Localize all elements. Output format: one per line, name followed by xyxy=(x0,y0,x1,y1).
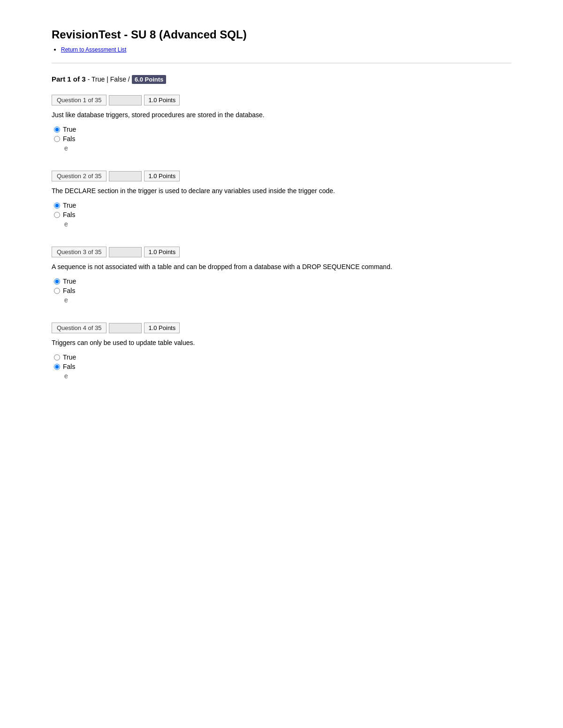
radio-false-3[interactable] xyxy=(54,288,60,294)
false-suffix-2: e xyxy=(64,220,511,228)
divider xyxy=(52,63,511,63)
question-block-4: Question 4 of 351.0 PointsTriggers can o… xyxy=(52,323,511,380)
page-title: RevisionTest - SU 8 (Advanced SQL) xyxy=(52,28,511,41)
answer-options-3: TrueFalse xyxy=(52,278,511,304)
false-suffix-3: e xyxy=(64,296,511,304)
return-to-assessment-link[interactable]: Return to Assessment List xyxy=(61,46,126,53)
option-label-false-3: Fals xyxy=(63,287,75,294)
breadcrumb-nav: Return to Assessment List xyxy=(52,46,511,53)
question-block-1: Question 1 of 351.0 PointsJust like data… xyxy=(52,95,511,152)
answer-option-false-1: Fals xyxy=(54,135,511,143)
question-header-1: Question 1 of 351.0 Points xyxy=(52,95,511,105)
question-points-1: 1.0 Points xyxy=(144,95,180,105)
option-label-false-1: Fals xyxy=(63,135,75,143)
question-text-1: Just like database triggers, stored proc… xyxy=(52,110,511,120)
radio-true-4[interactable] xyxy=(54,354,60,360)
answer-options-4: TrueFalse xyxy=(52,353,511,380)
answer-option-true-2: True xyxy=(54,202,511,209)
option-label-true-3: True xyxy=(63,278,76,285)
answer-options-2: TrueFalse xyxy=(52,202,511,228)
answer-options-1: TrueFalse xyxy=(52,126,511,152)
question-points-3: 1.0 Points xyxy=(144,247,180,257)
option-label-true-4: True xyxy=(63,353,76,361)
answer-option-false-2: Fals xyxy=(54,211,511,218)
answer-option-false-4: Fals xyxy=(54,363,511,370)
radio-true-3[interactable] xyxy=(54,278,60,285)
question-score-box-2 xyxy=(109,171,142,181)
false-suffix-1: e xyxy=(64,144,511,152)
radio-true-1[interactable] xyxy=(54,127,60,133)
question-label-2: Question 2 of 35 xyxy=(52,171,107,181)
option-label-false-4: Fals xyxy=(63,363,75,370)
question-block-3: Question 3 of 351.0 PointsA sequence is … xyxy=(52,247,511,304)
answer-option-true-1: True xyxy=(54,126,511,133)
question-header-4: Question 4 of 351.0 Points xyxy=(52,323,511,333)
option-label-true-2: True xyxy=(63,202,76,209)
answer-option-false-3: Fals xyxy=(54,287,511,294)
question-label-1: Question 1 of 35 xyxy=(52,95,107,105)
question-header-2: Question 2 of 351.0 Points xyxy=(52,171,511,181)
question-label-4: Question 4 of 35 xyxy=(52,323,107,333)
question-text-3: A sequence is not associated with a tabl… xyxy=(52,262,511,272)
question-score-box-1 xyxy=(109,95,142,105)
question-points-4: 1.0 Points xyxy=(144,323,180,333)
part-header: Part 1 of 3 - True | False / 6.0 Points xyxy=(52,75,511,83)
question-score-box-4 xyxy=(109,323,142,333)
option-label-false-2: Fals xyxy=(63,211,75,218)
question-block-2: Question 2 of 351.0 PointsThe DECLARE se… xyxy=(52,171,511,228)
false-suffix-4: e xyxy=(64,372,511,380)
question-text-2: The DECLARE section in the trigger is us… xyxy=(52,186,511,196)
part-points-badge: 6.0 Points xyxy=(132,75,166,84)
answer-option-true-4: True xyxy=(54,353,511,361)
question-header-3: Question 3 of 351.0 Points xyxy=(52,247,511,257)
radio-true-2[interactable] xyxy=(54,203,60,209)
questions-container: Question 1 of 351.0 PointsJust like data… xyxy=(52,95,511,380)
question-label-3: Question 3 of 35 xyxy=(52,247,107,257)
radio-false-1[interactable] xyxy=(54,136,60,142)
question-points-2: 1.0 Points xyxy=(144,171,180,181)
radio-false-2[interactable] xyxy=(54,212,60,218)
question-score-box-3 xyxy=(109,247,142,257)
radio-false-4[interactable] xyxy=(54,364,60,370)
question-text-4: Triggers can only be used to update tabl… xyxy=(52,338,511,348)
answer-option-true-3: True xyxy=(54,278,511,285)
part-label: Part 1 of 3 xyxy=(52,75,86,83)
option-label-true-1: True xyxy=(63,126,76,133)
part-type: - True | False / xyxy=(88,75,130,83)
